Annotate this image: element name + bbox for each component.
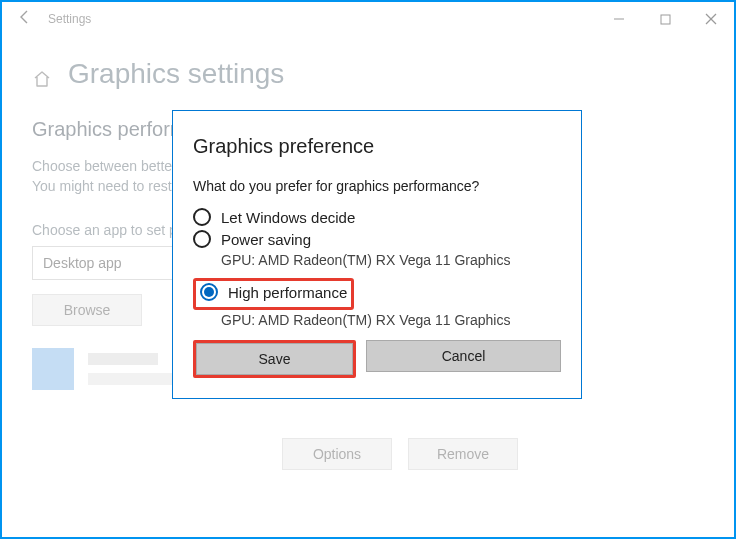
cancel-button[interactable]: Cancel <box>366 340 561 372</box>
minimize-button[interactable] <box>596 3 642 35</box>
maximize-button[interactable] <box>642 3 688 35</box>
save-button[interactable]: Save <box>196 343 353 375</box>
dialog-question: What do you prefer for graphics performa… <box>193 178 561 194</box>
radio-icon <box>200 283 218 301</box>
page-heading-text: Graphics settings <box>68 58 284 90</box>
power-saving-gpu: GPU: AMD Radeon(TM) RX Vega 11 Graphics <box>221 252 561 268</box>
app-icon <box>32 348 74 390</box>
highlight-high-performance: High performance <box>193 278 354 310</box>
option-high-performance[interactable]: High performance <box>200 283 347 301</box>
browse-button[interactable]: Browse <box>32 294 142 326</box>
app-actions: Options Remove <box>282 438 518 470</box>
close-button[interactable] <box>688 3 734 35</box>
page-heading: Graphics settings <box>32 58 704 90</box>
back-button[interactable] <box>2 9 48 29</box>
options-button[interactable]: Options <box>282 438 392 470</box>
svg-rect-1 <box>661 15 670 24</box>
radio-icon <box>193 208 211 226</box>
option-power-saving[interactable]: Power saving <box>193 230 561 248</box>
option-label: High performance <box>228 284 347 301</box>
option-label: Let Windows decide <box>221 209 355 226</box>
option-label: Power saving <box>221 231 311 248</box>
remove-button[interactable]: Remove <box>408 438 518 470</box>
dialog-buttons: Save Cancel <box>193 340 561 378</box>
graphics-preference-dialog: Graphics preference What do you prefer f… <box>172 110 582 399</box>
radio-icon <box>193 230 211 248</box>
option-let-windows-decide[interactable]: Let Windows decide <box>193 208 561 226</box>
window-title: Settings <box>48 12 91 26</box>
highlight-save: Save <box>193 340 356 378</box>
home-icon[interactable] <box>32 64 52 84</box>
titlebar: Settings <box>2 2 734 36</box>
high-performance-gpu: GPU: AMD Radeon(TM) RX Vega 11 Graphics <box>221 312 561 328</box>
dialog-title: Graphics preference <box>193 135 561 158</box>
app-type-value: Desktop app <box>43 255 122 271</box>
